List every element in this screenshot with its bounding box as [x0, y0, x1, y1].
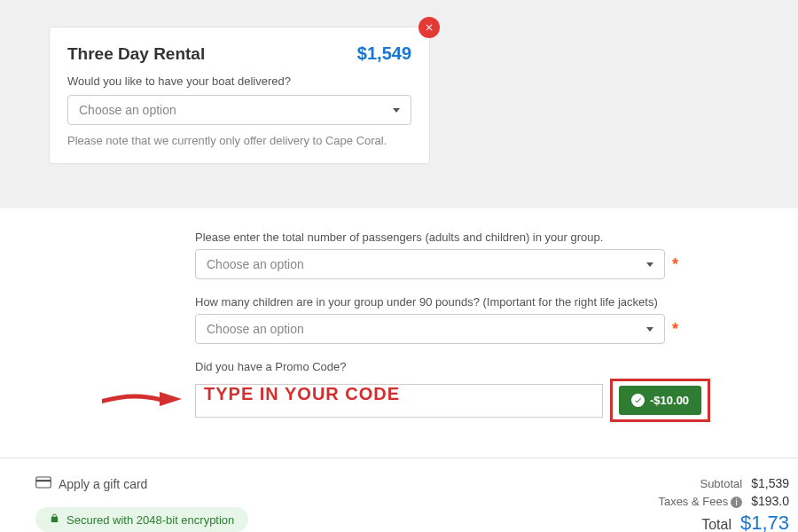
subtotal-label: Subtotal	[700, 477, 742, 490]
delivery-label: Would you like to have your boat deliver…	[67, 74, 411, 88]
promo-applied-value: -$10.00	[650, 394, 689, 407]
subtotal-value: $1,539	[751, 476, 789, 490]
taxes-label: Taxes & Feesi	[658, 495, 742, 508]
secure-label: Secured with 2048-bit encryption	[66, 513, 234, 527]
promo-label: Did you have a Promo Code?	[195, 360, 798, 373]
caret-down-icon	[393, 108, 400, 113]
promo-input[interactable]	[195, 384, 603, 418]
select-placeholder: Choose an option	[79, 103, 176, 117]
svg-rect-2	[36, 480, 51, 481]
promo-applied-highlight: -$10.00	[610, 379, 710, 422]
passengers-select[interactable]: Choose an option	[195, 249, 665, 279]
passengers-label: Please enter the total number of passeng…	[195, 231, 798, 244]
delivery-select[interactable]: Choose an option	[67, 95, 411, 125]
lock-icon	[50, 512, 59, 527]
close-button[interactable]	[419, 17, 440, 38]
delivery-note: Please note that we currently only offer…	[67, 134, 411, 147]
annotation-arrow	[98, 386, 186, 416]
caret-down-icon	[646, 327, 653, 332]
card-price: $1,549	[357, 43, 411, 64]
svg-marker-0	[160, 392, 182, 406]
required-asterisk: *	[672, 255, 678, 274]
select-placeholder: Choose an option	[207, 257, 304, 271]
total-value: $1,73	[740, 512, 789, 532]
svg-rect-1	[36, 477, 51, 488]
card-icon	[35, 476, 51, 491]
gift-card-label: Apply a gift card	[59, 477, 147, 491]
rental-card: Three Day Rental $1,549 Would you like t…	[49, 27, 430, 164]
card-title: Three Day Rental	[67, 44, 205, 64]
promo-applied-badge[interactable]: -$10.00	[619, 386, 701, 415]
select-placeholder: Choose an option	[207, 322, 304, 336]
taxes-value: $193.0	[751, 494, 789, 508]
check-icon	[631, 394, 645, 407]
caret-down-icon	[646, 262, 653, 267]
required-asterisk: *	[672, 320, 678, 339]
apply-gift-card[interactable]: Apply a gift card	[35, 476, 248, 491]
children-label: How many children are in your group unde…	[195, 295, 798, 309]
close-icon	[424, 22, 434, 33]
info-icon[interactable]: i	[731, 497, 742, 508]
secure-badge: Secured with 2048-bit encryption	[35, 507, 248, 532]
total-label: Total	[701, 517, 732, 532]
children-select[interactable]: Choose an option	[195, 314, 665, 344]
